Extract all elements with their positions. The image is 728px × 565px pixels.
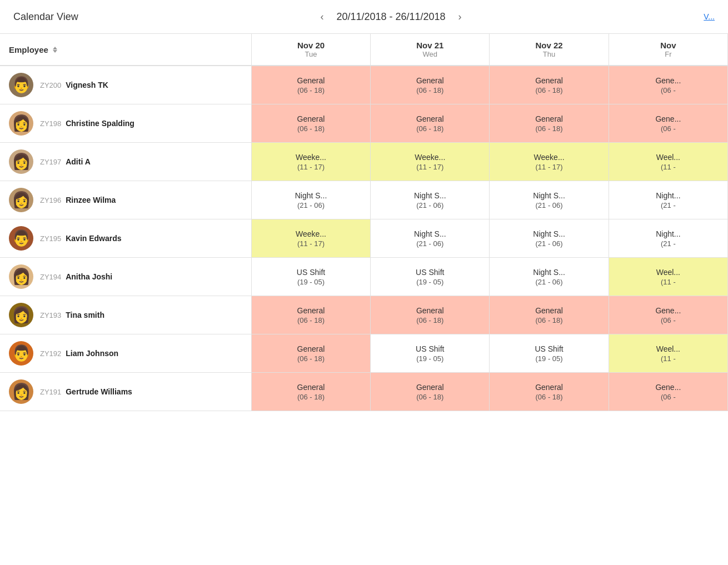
employee-info: 👩 ZY193 Tina smith — [9, 303, 242, 327]
shift-name: General — [256, 76, 366, 85]
shift-cell-0-1[interactable]: General (06 - 18) — [371, 66, 490, 104]
shift-name: General — [375, 306, 485, 315]
employee-name: Vignesh TK — [66, 81, 108, 89]
shift-cell-4-0[interactable]: Weeke... (11 - 17) — [251, 219, 370, 258]
shift-cell-4-3[interactable]: Night... (21 - — [609, 219, 727, 258]
avatar: 👩 — [9, 188, 33, 212]
employee-name: Anitha Joshi — [66, 272, 112, 281]
shift-cell-6-0[interactable]: General (06 - 18) — [251, 296, 370, 334]
shift-name: Night... — [614, 229, 723, 238]
shift-cell-3-3[interactable]: Night... (21 - — [609, 181, 727, 219]
shift-time: (06 - 18) — [256, 354, 366, 363]
shift-cell-2-1[interactable]: Weeke... (11 - 17) — [371, 143, 490, 181]
shift-cell-6-1[interactable]: General (06 - 18) — [371, 296, 490, 334]
employee-name: Kavin Edwards — [66, 234, 121, 243]
shift-cell-7-2[interactable]: US Shift (19 - 05) — [490, 334, 609, 373]
shift-time: (11 - 17) — [375, 163, 485, 171]
shift-cell-2-0[interactable]: Weeke... (11 - 17) — [251, 143, 370, 181]
shift-cell-1-0[interactable]: General (06 - 18) — [251, 104, 370, 143]
shift-time: (06 - — [614, 86, 723, 94]
table-row: 👩 ZY196 Rinzee Wilma Night S... (21 - 06… — [0, 181, 728, 219]
shift-cell-0-3[interactable]: Gene... (06 - — [609, 66, 727, 104]
sort-icon[interactable] — [53, 47, 57, 53]
shift-time: (06 - 18) — [375, 86, 485, 94]
shift-name: Night S... — [494, 268, 604, 277]
shift-cell-3-0[interactable]: Night S... (21 - 06) — [251, 181, 370, 219]
employee-cell[interactable]: 👨 ZY192 Liam Johnson — [0, 334, 251, 373]
shift-cell-8-3[interactable]: Gene... (06 - — [609, 373, 727, 411]
table-row: 👨 ZY192 Liam Johnson General (06 - 18) U… — [0, 334, 728, 373]
employee-name: Rinzee Wilma — [66, 196, 116, 204]
shift-name: Weel... — [614, 344, 723, 353]
shift-time: (06 - 18) — [375, 124, 485, 133]
employee-id: ZY197 — [40, 158, 61, 166]
employee-id: ZY191 — [40, 388, 61, 396]
shift-cell-2-2[interactable]: Weeke... (11 - 17) — [490, 143, 609, 181]
shift-cell-8-0[interactable]: General (06 - 18) — [251, 373, 370, 411]
shift-cell-8-2[interactable]: General (06 - 18) — [490, 373, 609, 411]
shift-time: (21 - 06) — [494, 239, 604, 248]
shift-name: Weel... — [614, 153, 723, 162]
employee-cell[interactable]: 👩 ZY196 Rinzee Wilma — [0, 181, 251, 219]
shift-cell-3-1[interactable]: Night S... (21 - 06) — [371, 181, 490, 219]
shift-time: (19 - 05) — [375, 278, 485, 286]
shift-cell-2-3[interactable]: Weel... (11 - — [609, 143, 727, 181]
employee-name: Gertrude Williams — [66, 387, 132, 396]
shift-name: General — [256, 306, 366, 315]
shift-time: (06 - — [614, 316, 723, 324]
shift-name: General — [494, 114, 604, 123]
avatar: 👨 — [9, 73, 33, 97]
shift-cell-1-1[interactable]: General (06 - 18) — [371, 104, 490, 143]
shift-cell-5-1[interactable]: US Shift (19 - 05) — [371, 258, 490, 296]
employee-cell[interactable]: 👩 ZY191 Gertrude Williams — [0, 373, 251, 411]
table-row: 👩 ZY198 Christine Spalding General (06 -… — [0, 104, 728, 143]
prev-arrow[interactable]: ‹ — [314, 9, 330, 24]
next-arrow[interactable]: › — [452, 9, 468, 24]
employee-cell[interactable]: 👩 ZY197 Aditi A — [0, 143, 251, 181]
shift-cell-5-0[interactable]: US Shift (19 - 05) — [251, 258, 370, 296]
shift-cell-4-1[interactable]: Night S... (21 - 06) — [371, 219, 490, 258]
shift-cell-1-2[interactable]: General (06 - 18) — [490, 104, 609, 143]
shift-cell-5-3[interactable]: Weel... (11 - — [609, 258, 727, 296]
shift-cell-6-2[interactable]: General (06 - 18) — [490, 296, 609, 334]
employee-id: ZY192 — [40, 349, 61, 358]
avatar: 👩 — [9, 379, 33, 404]
shift-cell-7-3[interactable]: Weel... (11 - — [609, 334, 727, 373]
day-col-1: Nov 21 Wed — [371, 34, 490, 66]
shift-cell-7-1[interactable]: US Shift (19 - 05) — [371, 334, 490, 373]
employee-cell[interactable]: 👨 ZY195 Kavin Edwards — [0, 219, 251, 258]
employee-info: 👩 ZY197 Aditi A — [9, 149, 242, 174]
avatar: 👨 — [9, 341, 33, 366]
top-link[interactable]: V... — [704, 12, 715, 21]
shift-time: (19 - 05) — [494, 354, 604, 363]
table-row: 👩 ZY191 Gertrude Williams General (06 - … — [0, 373, 728, 411]
shift-cell-0-0[interactable]: General (06 - 18) — [251, 66, 370, 104]
shift-name: Night S... — [256, 191, 366, 200]
employee-cell[interactable]: 👩 ZY194 Anitha Joshi — [0, 258, 251, 296]
employee-cell[interactable]: 👩 ZY193 Tina smith — [0, 296, 251, 334]
shift-name: General — [494, 383, 604, 392]
calendar-table: Employee Nov 20 Tue Nov 21 Wed — [0, 34, 728, 411]
header-row: Employee Nov 20 Tue Nov 21 Wed — [0, 34, 728, 66]
employee-name: Tina smith — [66, 311, 104, 319]
shift-cell-6-3[interactable]: Gene... (06 - — [609, 296, 727, 334]
shift-cell-4-2[interactable]: Night S... (21 - 06) — [490, 219, 609, 258]
shift-name: Gene... — [614, 114, 723, 123]
employee-cell[interactable]: 👩 ZY198 Christine Spalding — [0, 104, 251, 143]
shift-cell-5-2[interactable]: Night S... (21 - 06) — [490, 258, 609, 296]
shift-time: (11 - — [614, 354, 723, 363]
shift-name: US Shift — [375, 268, 485, 277]
header-bar: Calendar View ‹ 20/11/2018 - 26/11/2018 … — [0, 0, 728, 34]
shift-name: Night S... — [494, 191, 604, 200]
shift-cell-3-2[interactable]: Night S... (21 - 06) — [490, 181, 609, 219]
shift-cell-7-0[interactable]: General (06 - 18) — [251, 334, 370, 373]
shift-cell-0-2[interactable]: General (06 - 18) — [490, 66, 609, 104]
shift-name: General — [375, 114, 485, 123]
employee-column-header: Employee — [0, 34, 251, 66]
employee-cell[interactable]: 👨 ZY200 Vignesh TK — [0, 66, 251, 104]
shift-cell-8-1[interactable]: General (06 - 18) — [371, 373, 490, 411]
shift-time: (06 - 18) — [494, 124, 604, 133]
shift-cell-1-3[interactable]: Gene... (06 - — [609, 104, 727, 143]
employee-info: 👨 ZY192 Liam Johnson — [9, 341, 242, 366]
avatar: 👩 — [9, 303, 33, 327]
